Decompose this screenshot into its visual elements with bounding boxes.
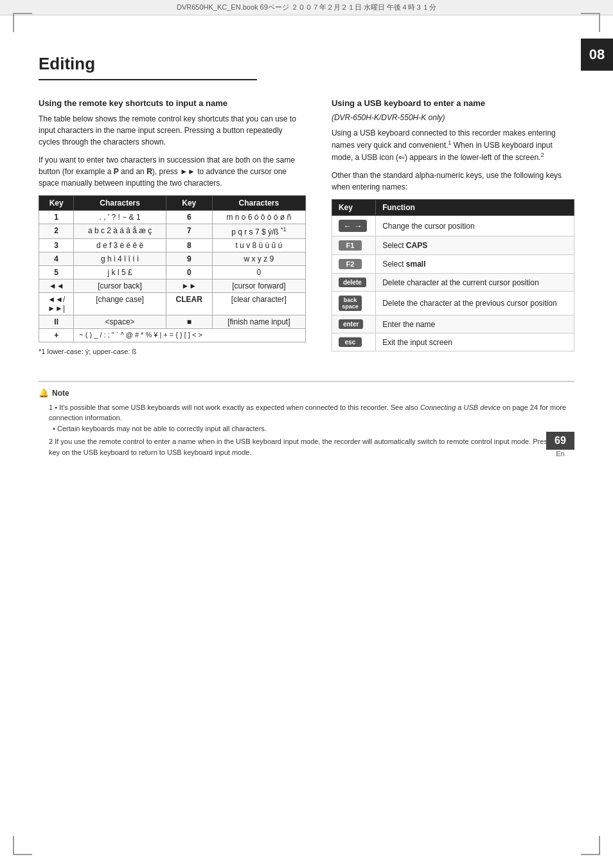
key-cell: ◄◄/►►| <box>39 293 74 315</box>
right-section-title: Using a USB keyboard to enter a name <box>332 98 574 108</box>
key-cell: 6 <box>166 211 212 224</box>
esc-key-badge: esc <box>339 337 362 347</box>
chars-cell: w x y z 9 <box>212 252 305 266</box>
usb-function-cell: Change the cursor position <box>376 216 574 236</box>
f2-key-badge: F2 <box>339 259 362 269</box>
left-column: Using the remote key shortcuts to input … <box>39 98 306 355</box>
key-cell: 4 <box>39 252 74 266</box>
chars-cell: [cursor forward] <box>212 279 305 293</box>
footnote: *1 lower-case: ý; upper-case: ß <box>39 348 306 355</box>
page-number-area: 69 En <box>546 432 574 457</box>
table-row: 4 g h i 4 î ï í ì 9 w x y z 9 <box>39 252 306 266</box>
usb-function-cell: Select CAPS <box>376 236 574 255</box>
left-section-title: Using the remote key shortcuts to input … <box>39 98 306 108</box>
table-row: 3 d e f 3 è é ê ë 8 t u v 8 ü ù û ú <box>39 239 306 252</box>
note-section: 🔔 Note 1 • It's possible that some USB k… <box>39 381 574 457</box>
chars-cell: m n o 6 ó ô ò ó ø ñ <box>212 211 305 224</box>
main-content: Editing Using the remote key shortcuts t… <box>0 15 613 477</box>
table-header-chars2: Characters <box>212 196 305 211</box>
delete-key-badge: delete <box>339 278 366 287</box>
page-lang: En <box>546 450 574 457</box>
table-row: F1 Select CAPS <box>332 236 574 255</box>
key-cell: ►► <box>166 279 212 293</box>
usb-key-cell: delete <box>332 274 375 292</box>
key-cell: 7 <box>166 224 212 239</box>
table-row: 1 . , ' ? ! − & 1 6 m n o 6 ó ô ò ó ø ñ <box>39 211 306 224</box>
key-cell: 3 <box>39 239 74 252</box>
table-row: 5 j k l 5 £ 0 0 <box>39 266 306 279</box>
usb-function-cell: Delete character at the current cursor p… <box>376 274 574 292</box>
key-cell: 8 <box>166 239 212 252</box>
key-cell: ◄◄ <box>39 279 74 293</box>
chars-cell: 0 <box>212 266 305 279</box>
page-number: 69 <box>555 435 566 447</box>
key-cell: 5 <box>39 266 74 279</box>
header-bar: DVR650HK_KC_EN.book 69ページ ２００７年２月２１日 水曜日… <box>0 0 613 15</box>
left-section-body1: The table below shows the remote control… <box>39 113 306 148</box>
arrow-key-badge: ← → <box>339 220 367 232</box>
enter-key-badge: enter <box>339 319 363 329</box>
table-row: F2 Select small <box>332 255 574 274</box>
chars-cell: [cursor back] <box>74 279 166 293</box>
usb-key-cell: enter <box>332 315 375 333</box>
usb-key-cell: F2 <box>332 255 375 274</box>
usb-key-cell: ← → <box>332 216 375 236</box>
key-cell: 0 <box>166 266 212 279</box>
usb-function-cell: Enter the name <box>376 315 574 333</box>
table-row: delete Delete character at the current c… <box>332 274 574 292</box>
key-cell: 2 <box>39 224 74 239</box>
page-title: Editing <box>39 54 257 80</box>
chars-cell: p q r s 7 $ ý/ß *1 <box>212 224 305 239</box>
chars-cell: t u v 8 ü ù û ú <box>212 239 305 252</box>
usb-function-cell: Delete the character at the previous cur… <box>376 292 574 315</box>
chars-cell: [clear character] <box>212 293 305 315</box>
note-item-2: 2 If you use the remote control to enter… <box>49 436 574 457</box>
page-number-box: 69 <box>546 432 574 450</box>
left-section-body2: If you want to enter two characters in s… <box>39 154 306 189</box>
right-section-subtitle: (DVR-650H-K/DVR-550H-K only) <box>332 113 574 122</box>
chars-cell: g h i 4 î ï í ì <box>74 252 166 266</box>
key-cell: 1 <box>39 211 74 224</box>
corner-bl <box>13 836 32 855</box>
usb-key-cell: esc <box>332 333 375 351</box>
table-header-key1: Key <box>39 196 74 211</box>
right-column: Using a USB keyboard to enter a name (DV… <box>332 98 574 355</box>
chars-cell: a b c 2 à á â å æ ç <box>74 224 166 239</box>
corner-br <box>581 836 600 855</box>
table-row: backspace Delete the character at the pr… <box>332 292 574 315</box>
key-cell: II <box>39 315 74 329</box>
key-cell: CLEAR <box>166 293 212 315</box>
key-cell: + <box>39 329 74 342</box>
usb-table-header-function: Function <box>376 200 574 216</box>
two-column-layout: Using the remote key shortcuts to input … <box>39 98 574 355</box>
note-title: 🔔 Note <box>39 387 574 400</box>
backspace-key-badge: backspace <box>339 296 362 311</box>
key-cell: ■ <box>166 315 212 329</box>
chars-cell: <space> <box>74 315 166 329</box>
note-item-1: 1 • It's possible that some USB keyboard… <box>49 402 574 434</box>
table-row: enter Enter the name <box>332 315 574 333</box>
usb-function-cell: Select small <box>376 255 574 274</box>
chars-cell: . , ' ? ! − & 1 <box>74 211 166 224</box>
key-cell: 9 <box>166 252 212 266</box>
usb-key-cell: F1 <box>332 236 375 255</box>
note-label: Note <box>52 387 69 399</box>
table-row: ◄◄ [cursor back] ►► [cursor forward] <box>39 279 306 293</box>
table-row: II <space> ■ [finish name input] <box>39 315 306 329</box>
right-section-body1: Using a USB keyboard connected to this r… <box>332 127 574 163</box>
key-characters-table: Key Characters Key Characters 1 . , ' ? … <box>39 195 306 342</box>
table-row: ← → Change the cursor position <box>332 216 574 236</box>
usb-function-cell: Exit the input screen <box>376 333 574 351</box>
page-container: DVR650HK_KC_EN.book 69ページ ２００７年２月２１日 水曜日… <box>0 0 613 868</box>
table-header-key2: Key <box>166 196 212 211</box>
table-row: esc Exit the input screen <box>332 333 574 351</box>
table-row: + ~ ( ) _ / : ; " ` ^ @ # * % ¥ | + = { … <box>39 329 306 342</box>
header-text: DVR650HK_KC_EN.book 69ページ ２００７年２月２１日 水曜日… <box>177 3 436 11</box>
chars-cell: [finish name input] <box>212 315 305 329</box>
note-icon: 🔔 <box>39 387 49 400</box>
table-header-chars1: Characters <box>74 196 166 211</box>
usb-table-header-key: Key <box>332 200 375 216</box>
usb-key-cell: backspace <box>332 292 375 315</box>
table-row: ◄◄/►►| [change case] CLEAR [clear charac… <box>39 293 306 315</box>
chars-cell: j k l 5 £ <box>74 266 166 279</box>
